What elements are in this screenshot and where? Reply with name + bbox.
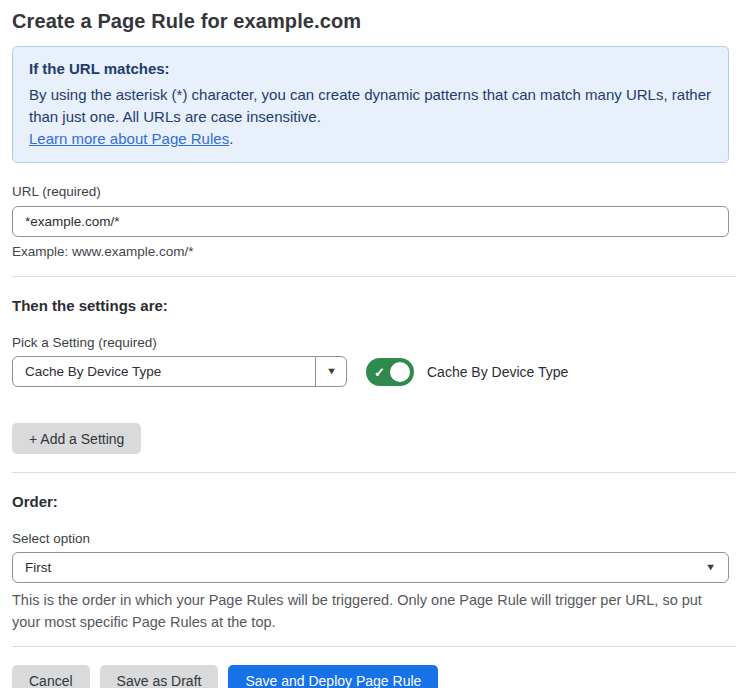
order-select[interactable]: First ▼ [12, 552, 729, 583]
url-field-label: URL (required) [12, 184, 736, 199]
add-setting-button[interactable]: + Add a Setting [12, 423, 141, 454]
order-select-row: First ▼ [12, 552, 736, 583]
toggle-knob [388, 360, 412, 384]
cancel-button[interactable]: Cancel [12, 665, 90, 688]
order-helper-text: This is the order in which your Page Rul… [12, 589, 734, 633]
setting-select[interactable]: Cache By Device Type ▼ [12, 356, 347, 387]
setting-row: Cache By Device Type ▼ ✓ Cache By Device… [12, 356, 736, 387]
order-select-value: First [13, 560, 706, 575]
learn-more-link[interactable]: Learn more about Page Rules [29, 130, 229, 147]
toggle-label: Cache By Device Type [427, 364, 568, 380]
url-input[interactable] [12, 206, 729, 237]
url-example-helper: Example: www.example.com/* [12, 244, 736, 259]
order-section-heading: Order: [12, 493, 736, 510]
divider [12, 646, 736, 647]
order-select-label: Select option [12, 531, 736, 546]
info-box-body: By using the asterisk (*) character, you… [29, 84, 712, 128]
divider [12, 276, 736, 277]
page-title: Create a Page Rule for example.com [12, 8, 736, 34]
divider [12, 472, 736, 473]
order-select-caret-wrap: ▼ [706, 563, 728, 572]
chevron-down-icon: ▼ [705, 563, 716, 572]
pick-setting-label: Pick a Setting (required) [12, 335, 736, 350]
link-period: . [229, 130, 233, 147]
checkmark-icon: ✓ [374, 365, 385, 378]
chevron-down-icon: ▼ [325, 367, 336, 376]
url-match-info-box: If the URL matches: By using the asteris… [12, 46, 729, 163]
cache-device-toggle[interactable]: ✓ [366, 358, 414, 386]
actions-row: Cancel Save as Draft Save and Deploy Pag… [12, 665, 736, 688]
save-as-draft-button[interactable]: Save as Draft [100, 665, 219, 688]
save-and-deploy-button[interactable]: Save and Deploy Page Rule [228, 665, 438, 688]
settings-section-heading: Then the settings are: [12, 297, 736, 314]
setting-select-arrow-button[interactable]: ▼ [315, 357, 346, 386]
info-box-heading: If the URL matches: [29, 58, 712, 80]
info-box-link-line: Learn more about Page Rules. [29, 128, 712, 150]
setting-select-value: Cache By Device Type [13, 364, 315, 379]
